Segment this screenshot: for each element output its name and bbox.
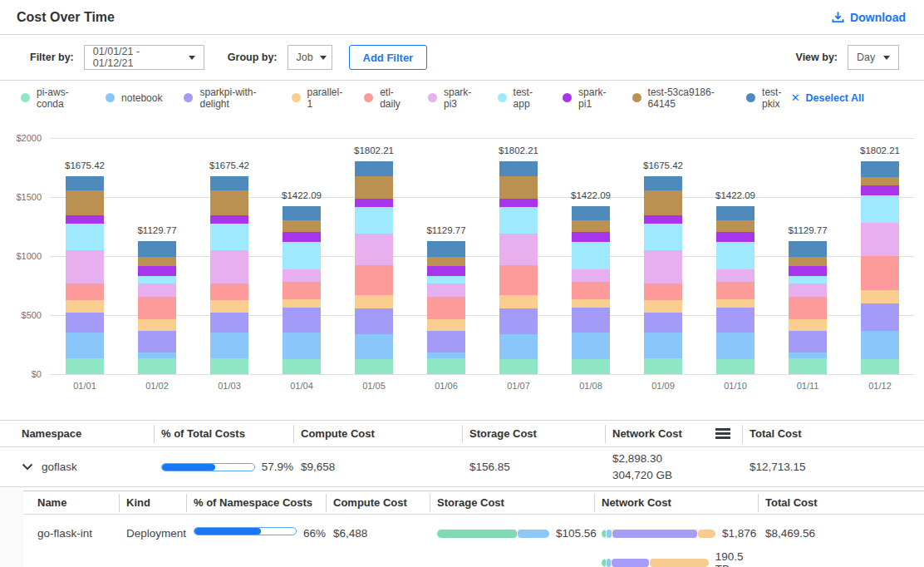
deselect-all-label: Deselect All: [806, 92, 864, 104]
bar-segment-spark-pi3: [499, 234, 538, 265]
legend-item-etl-daily[interactable]: etl-daily: [364, 86, 406, 110]
legend-item-spark-pi1[interactable]: spark-pi1: [563, 86, 611, 110]
bar-total-label: $1129.77: [120, 225, 194, 235]
x-axis-tick: 01/11: [770, 381, 845, 391]
table-row-goflask[interactable]: goflask 57.9% $9,658 $156.85 $2,898.30 3…: [0, 447, 924, 487]
bar-segment-spark-pi3: [572, 269, 610, 283]
bar-total-label: $1422.09: [264, 190, 339, 200]
stacked-bar-01/02[interactable]: [138, 241, 176, 374]
stacked-bar-01/09[interactable]: [644, 176, 682, 374]
x-axis-tick: 01/03: [192, 381, 267, 391]
view-by-dropdown[interactable]: Day: [848, 45, 899, 70]
deselect-all-button[interactable]: ✕ Deselect All: [791, 91, 864, 104]
column-menu-icon[interactable]: [715, 426, 730, 441]
date-range-dropdown[interactable]: 01/01/21 - 01/12/21: [84, 45, 204, 70]
col-storage-cost: Storage Cost: [462, 421, 605, 446]
download-button[interactable]: Download: [832, 11, 906, 24]
bar-segment-test-53ca9186-64145: [427, 257, 465, 267]
x-axis-tick: 01/07: [481, 381, 556, 391]
network-cost-bar: [602, 530, 715, 538]
legend-item-parallel-1[interactable]: parallel-1: [292, 86, 343, 110]
legend-item-spark-pi3[interactable]: spark-pi3: [428, 86, 476, 110]
col-storage-cost: Storage Cost: [430, 491, 594, 514]
bar-segment-spark-pi1: [427, 266, 465, 276]
chevron-down-icon: [320, 56, 327, 60]
bar-segment-pi-aws-conda: [861, 359, 899, 374]
bar-segment-spark-pi1: [716, 232, 754, 242]
bar-segment: [612, 559, 649, 567]
stacked-bar-01/10[interactable]: [716, 206, 754, 374]
bar-segment-test-pkix: [66, 176, 104, 190]
stacked-bar-01/01[interactable]: [66, 176, 104, 374]
bar-segment-etl-daily: [283, 282, 321, 299]
group-by-value: Job: [297, 52, 313, 63]
bar-segment-sparkpi-with-delight: [355, 308, 393, 334]
legend-item-pi-aws-conda[interactable]: pi-aws-conda: [21, 86, 84, 110]
bar-segment-notebook: [138, 353, 176, 358]
legend-item-notebook[interactable]: notebook: [106, 92, 162, 104]
bar-segment-test-app: [716, 242, 754, 269]
stacked-bar-01/08[interactable]: [572, 206, 610, 374]
bar-segment-sparkpi-with-delight: [138, 331, 176, 353]
bar-segment-test-pkix: [355, 161, 393, 175]
stacked-bar-01/07[interactable]: [499, 161, 538, 374]
close-icon: ✕: [791, 91, 800, 104]
x-axis-tick: 01/04: [264, 381, 339, 391]
expand-chevron-icon[interactable]: [22, 463, 33, 471]
bar-total-label: $1422.09: [553, 190, 628, 200]
stacked-bar-01/05[interactable]: [355, 161, 393, 374]
group-by-dropdown[interactable]: Job: [288, 45, 332, 70]
bar-segment-sparkpi-with-delight: [789, 331, 827, 353]
toolbar: Filter by: 01/01/21 - 01/12/21 Group by:…: [0, 35, 924, 81]
legend-dot: [632, 93, 641, 102]
bar-segment-test-53ca9186-64145: [499, 176, 538, 200]
workload-table: Name Kind % of Namespace Costs Compute C…: [23, 491, 924, 566]
network-cost-value: $1,876: [722, 527, 756, 540]
bar-segment-etl-daily: [138, 297, 176, 319]
namespace-table: Namespace % of Total Costs Compute Cost …: [0, 420, 924, 566]
bar-segment-sparkpi-with-delight: [644, 313, 682, 333]
bar-segment-spark-pi1: [66, 215, 104, 224]
add-filter-button[interactable]: Add Filter: [349, 45, 428, 70]
stacked-bar-01/03[interactable]: [210, 176, 248, 374]
stacked-bar-01/04[interactable]: [283, 206, 321, 374]
legend-item-test-app[interactable]: test-app: [498, 86, 542, 110]
percent-bar: [194, 527, 297, 535]
network-usage-value: 304,720 GB: [612, 468, 672, 482]
bar-segment-sparkpi-with-delight: [427, 331, 465, 353]
bar-segment-notebook: [283, 333, 321, 358]
stacked-bar-01/06[interactable]: [427, 241, 465, 374]
bar-segment-notebook: [66, 333, 104, 358]
bar-segment-test-53ca9186-64145: [210, 190, 248, 214]
table-row-go-flask-int[interactable]: go-flask-int Deployment 66% $6,488 $105.…: [23, 515, 924, 566]
percent-value: 66%: [303, 527, 326, 540]
bar-segment-test-app: [66, 224, 104, 250]
legend-item-test-pkix[interactable]: test-pkix: [746, 86, 791, 110]
bar-segment-parallel-1: [789, 319, 827, 331]
gridline: [50, 138, 914, 139]
stacked-bar-01/11[interactable]: [789, 241, 827, 374]
bar-total-label: $1129.77: [409, 225, 484, 235]
bar-segment-test-app: [210, 224, 248, 250]
x-axis-tick: 01/02: [120, 381, 194, 391]
legend-item-sparkpi-with-delight[interactable]: sparkpi-with-delight: [184, 86, 269, 110]
legend-item-test-53ca9186-64145[interactable]: test-53ca9186-64145: [632, 86, 725, 110]
bar-segment-spark-pi1: [644, 215, 682, 224]
bar-segment-etl-daily: [716, 282, 754, 299]
stacked-bar-01/12[interactable]: [861, 161, 899, 374]
bar-segment-test-pkix: [644, 176, 682, 190]
legend-label: test-app: [514, 86, 542, 110]
bar-segment-test-53ca9186-64145: [572, 220, 610, 232]
legend-label: spark-pi1: [578, 86, 611, 110]
network-usage-bar: [602, 559, 709, 567]
legend-label: spark-pi3: [444, 86, 476, 110]
group-by-label: Group by:: [228, 52, 278, 63]
bar-segment-test-app: [861, 195, 899, 223]
bar-segment-parallel-1: [499, 295, 538, 308]
storage-cost-cell: $105.56: [430, 515, 594, 567]
bar-segment-spark-pi1: [499, 199, 538, 207]
chart-legend: pi-aws-condanotebooksparkpi-with-delight…: [0, 81, 924, 115]
bar-segment-test-pkix: [789, 241, 827, 257]
bar-segment-notebook: [861, 331, 899, 359]
storage-cost-value: $156.85: [462, 447, 605, 486]
